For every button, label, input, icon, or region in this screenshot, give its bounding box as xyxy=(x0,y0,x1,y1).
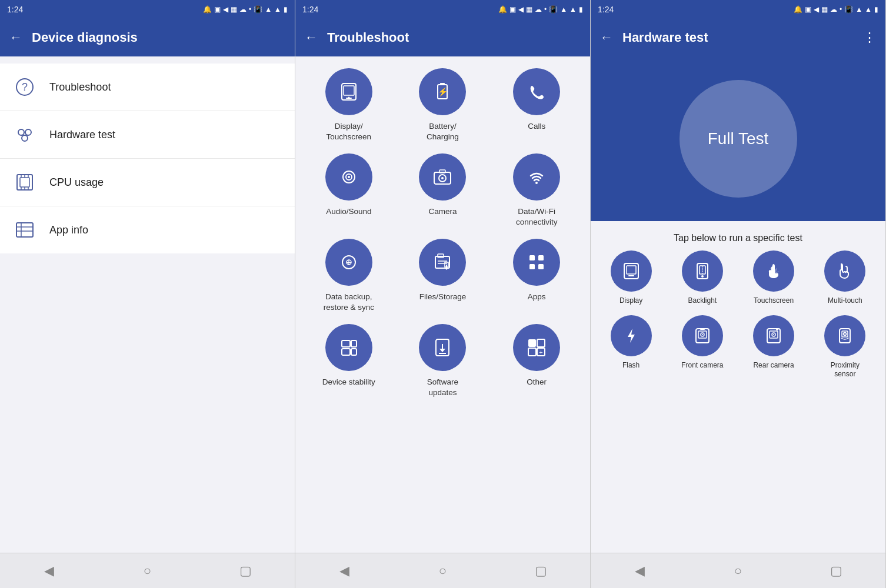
hw-item-touchscreen[interactable]: Touchscreen xyxy=(740,250,808,306)
nav-home-1[interactable]: ○ xyxy=(130,559,165,583)
battery-icon-3: ▮ xyxy=(874,5,878,14)
menu-item-troubleshoot[interactable]: ? Troubleshoot xyxy=(0,64,295,111)
full-test-button[interactable]: Full Test xyxy=(680,80,797,198)
grid-item-software[interactable]: Softwareupdates xyxy=(399,324,487,397)
svg-rect-48 xyxy=(342,340,350,347)
apps-icon xyxy=(513,239,560,286)
back-button-2[interactable]: ← xyxy=(305,30,318,45)
menu-item-app-info[interactable]: App info xyxy=(0,206,295,253)
signal-icon-2: ▲ xyxy=(569,5,577,14)
nav-back-3[interactable]: ◀ xyxy=(622,559,658,583)
hw-subtitle: Tap below to run a specific test xyxy=(591,221,885,250)
grid-item-other[interactable]: + Other xyxy=(492,324,581,397)
hw-item-flash[interactable]: Flash xyxy=(597,315,665,379)
nav-recent-3[interactable]: ▢ xyxy=(819,559,854,583)
svg-rect-22 xyxy=(344,86,354,95)
hw-item-backlight[interactable]: Backlight xyxy=(668,250,737,306)
sim-icon-3: ▣ xyxy=(805,5,811,14)
grid-item-calls[interactable]: Calls xyxy=(492,68,581,142)
hw-item-rear-camera[interactable]: Rear camera xyxy=(740,315,808,379)
software-updates-icon xyxy=(419,324,466,371)
wifi-icon-3: ▲ xyxy=(855,5,862,14)
dot-icon-3: • xyxy=(840,5,842,14)
hw-rear-camera-icon xyxy=(753,315,794,356)
hw-front-camera-icon xyxy=(682,315,723,356)
battery-label: Battery/Charging xyxy=(427,121,459,142)
hardware-test-content: Tap below to run a specific test Display xyxy=(591,221,885,553)
top-bar-2: ← Troubleshoot xyxy=(295,19,590,56)
battery-icon: ▮ xyxy=(284,5,288,14)
hw-item-multitouch[interactable]: Multi-touch xyxy=(811,250,880,306)
troubleshoot-icon: ? xyxy=(14,76,35,98)
screen-hardware-test: 1:24 🔔 ▣ ◀ ▦ ☁ • 📳 ▲ ▲ ▮ ← Hardware test… xyxy=(591,0,886,588)
status-time-1: 1:24 xyxy=(7,5,23,14)
files-label: Files/Storage xyxy=(419,292,467,302)
grid-item-battery[interactable]: ⚡ Battery/Charging xyxy=(399,68,487,142)
nav-recent-2[interactable]: ▢ xyxy=(524,559,559,583)
dot-icon: • xyxy=(249,5,251,14)
back-arrow-status: ◀ xyxy=(223,5,228,14)
wifi-icon-2: ▲ xyxy=(560,5,567,14)
bottom-nav-3: ◀ ○ ▢ xyxy=(591,553,885,588)
grid-item-audio[interactable]: Audio/Sound xyxy=(305,153,393,227)
grid-item-backup[interactable]: + Data backup,restore & sync xyxy=(305,239,393,312)
notification-icon-3: 🔔 xyxy=(794,5,802,14)
display-label: Display/Touchscreen xyxy=(327,121,372,142)
grid-item-wifi[interactable]: Data/Wi-Ficonnectivity xyxy=(492,153,581,227)
svg-point-31 xyxy=(441,177,444,179)
nav-recent-1[interactable]: ▢ xyxy=(228,559,264,583)
grid-item-stability[interactable]: Device stability xyxy=(305,324,393,397)
cast-icon: ▦ xyxy=(231,5,237,14)
screen2-content: Display/Touchscreen ⚡ Battery/Charging xyxy=(295,56,590,553)
svg-text:⚡: ⚡ xyxy=(438,87,448,97)
menu-item-hardware-test[interactable]: Hardware test xyxy=(0,111,295,159)
svg-rect-32 xyxy=(439,170,445,173)
svg-point-82 xyxy=(845,333,846,335)
hw-item-front-camera[interactable]: Front camera xyxy=(668,315,737,379)
hw-multitouch-label: Multi-touch xyxy=(828,296,862,306)
audio-sound-icon xyxy=(325,153,372,201)
svg-point-78 xyxy=(776,328,778,330)
sim-icon: ▣ xyxy=(214,5,221,14)
full-test-label: Full Test xyxy=(708,129,769,148)
notification-icon-2: 🔔 xyxy=(498,5,507,14)
top-bar-3: ← Hardware test ⋮ xyxy=(591,19,885,56)
camera-icon xyxy=(419,153,466,201)
nav-back-1[interactable]: ◀ xyxy=(32,559,67,583)
grid-item-display[interactable]: Display/Touchscreen xyxy=(305,68,393,142)
hw-item-display[interactable]: Display xyxy=(597,250,665,306)
hw-front-camera-label: Front camera xyxy=(681,361,723,370)
vibrate-icon-3: 📳 xyxy=(844,5,853,14)
battery-icon-2: ▮ xyxy=(579,5,583,14)
sim-icon-2: ▣ xyxy=(509,5,516,14)
camera-label: Camera xyxy=(428,206,457,217)
nav-home-2[interactable]: ○ xyxy=(425,559,461,583)
back-button-1[interactable]: ← xyxy=(9,30,22,45)
hardware-test-label: Hardware test xyxy=(49,129,115,141)
grid-item-camera[interactable]: Camera xyxy=(399,153,487,227)
svg-rect-21 xyxy=(346,98,352,99)
hw-display-label: Display xyxy=(619,296,642,306)
menu-item-cpu-usage[interactable]: CPU usage xyxy=(0,159,295,206)
svg-point-66 xyxy=(701,275,704,278)
nav-home-3[interactable]: ○ xyxy=(721,559,756,583)
back-button-3[interactable]: ← xyxy=(600,30,613,45)
svg-point-28 xyxy=(348,176,350,178)
grid-item-apps[interactable]: Apps xyxy=(492,239,581,312)
cloud-icon: ☁ xyxy=(239,5,247,14)
cpu-usage-label: CPU usage xyxy=(49,176,104,189)
cloud-icon-3: ☁ xyxy=(830,5,837,14)
wifi-label: Data/Wi-Ficonnectivity xyxy=(516,206,558,227)
hw-item-proximity[interactable]: Proximitysensor xyxy=(811,315,880,379)
more-options-button[interactable]: ⋮ xyxy=(863,30,876,45)
svg-rect-51 xyxy=(351,349,357,355)
nav-back-2[interactable]: ◀ xyxy=(327,559,362,583)
screen1-content: ? Troubleshoot Hardware test xyxy=(0,56,295,553)
grid-item-files[interactable]: Files/Storage xyxy=(399,239,487,312)
cast-icon-3: ▦ xyxy=(821,5,828,14)
apps-label: Apps xyxy=(528,292,546,302)
status-bar-2: 1:24 🔔 ▣ ◀ ▦ ☁ • 📳 ▲ ▲ ▮ xyxy=(295,0,590,19)
svg-marker-54 xyxy=(439,349,445,352)
svg-rect-45 xyxy=(538,255,544,260)
backup-label: Data backup,restore & sync xyxy=(324,292,374,312)
